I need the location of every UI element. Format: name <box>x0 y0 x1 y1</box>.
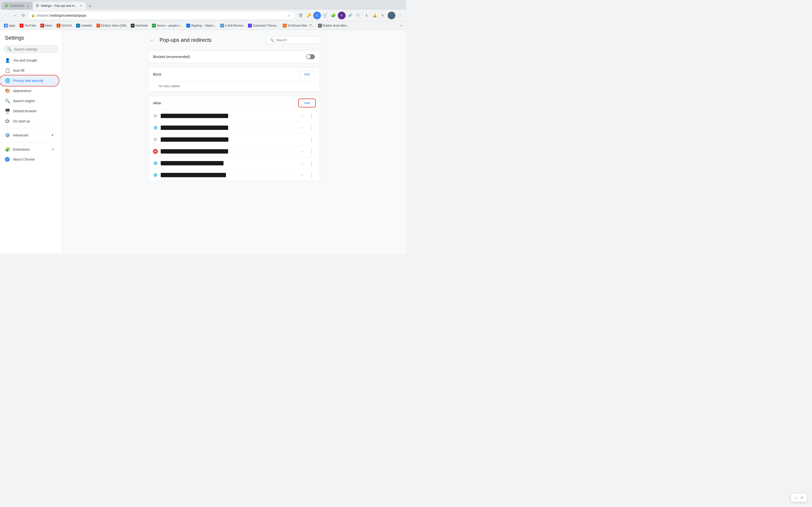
bookmark-apps[interactable]: ▦ Apps <box>2 23 17 29</box>
tab-settings-label: Settings – Pop-ups and redire... <box>41 4 78 7</box>
allow-item-5-expand-button[interactable]: › <box>298 160 305 167</box>
bookmark-murmur-label: A Soft Murmur <box>225 24 244 27</box>
sidebar-item-autofill[interactable]: 📋 Auto-fill <box>0 65 59 75</box>
sidebar-item-appearance-label: Appearance <box>13 89 54 93</box>
allow-item-4-menu-button[interactable]: ⋮ <box>308 148 315 155</box>
allow-item-5-menu-button[interactable]: ⋮ <box>308 160 315 167</box>
forward-button[interactable]: → <box>11 12 18 19</box>
tab-settings[interactable]: ⚙️ Settings – Pop-ups and redire... ✕ <box>33 2 86 10</box>
bookmark-hasgeek[interactable]: HG HasGeek <box>129 23 150 29</box>
allow-item-2-expand-button[interactable]: › <box>298 124 305 131</box>
bookmark-pytorch[interactable]: 🔥 PyTorch <box>55 23 74 29</box>
blocked-toggle[interactable] <box>306 54 315 59</box>
bookmark-cockroach[interactable]: 🪲 Cockroach Theory... <box>246 23 281 29</box>
block-add-button[interactable]: Add <box>299 71 315 78</box>
sidebar-item-privacy-security-label: Privacy and security <box>13 79 54 82</box>
panel-back-button[interactable]: ← <box>148 36 157 44</box>
bookmarks-overflow-button[interactable]: » <box>398 23 404 29</box>
bookmark-murmur[interactable]: ♪ A Soft Murmur <box>218 23 246 29</box>
sidebar-item-search-engine[interactable]: 🔍 Search engine <box>0 96 59 106</box>
sidebar-item-search-engine-label: Search engine <box>13 99 54 103</box>
bookmark-cockroach-favicon: 🪲 <box>248 24 252 27</box>
profile-icon[interactable]: 👤 <box>388 12 395 19</box>
bookmark-rubber[interactable]: W Rubber duck debu... <box>316 23 351 29</box>
chrome-store-icon[interactable]: C <box>313 12 321 19</box>
sidebar-item-you-google[interactable]: 👤 You and Google <box>0 55 59 65</box>
ext5-icon[interactable]: ℹ <box>362 12 370 19</box>
bookmark-zimbra[interactable]: Z Zimbra: Inbox (266) <box>95 23 129 29</box>
sidebar-item-autofill-icon: 📋 <box>5 68 10 73</box>
block-section-card: Block Add No sites added <box>148 67 320 92</box>
url-scheme: chrome:// <box>37 13 51 17</box>
allow-item-2-menu-button[interactable]: ⋮ <box>308 124 315 131</box>
sidebar-item-appearance[interactable]: 🎨 Appearance <box>0 86 59 96</box>
ext2-icon[interactable]: R <box>338 12 346 19</box>
bookmark-linkedin[interactable]: in LinkedIn <box>74 23 94 29</box>
bookmark-zimbra-favicon: Z <box>96 24 100 27</box>
bookmark-inbox[interactable]: M Inbox <box>39 23 54 29</box>
settings-sidebar: Settings 🔍 👤 You and Google 📋 Auto-fill … <box>0 30 62 253</box>
allow-item-4-icon: M <box>153 149 158 154</box>
allow-item-6-url: █████████████████████████████ <box>161 173 226 177</box>
ext7-icon[interactable]: ↻ <box>379 12 387 19</box>
sidebar-search-input[interactable] <box>14 47 55 51</box>
allow-item-5-url: ████████████████████████████ <box>161 161 223 165</box>
tab-settings-close[interactable]: ✕ <box>79 4 83 8</box>
sidebar-item-privacy-security[interactable]: 🌐 Privacy and security <box>0 75 59 86</box>
sidebar-item-about-chrome[interactable]: C About Chrome <box>0 155 59 164</box>
panel-search-icon: 🔍 <box>270 38 274 42</box>
sidebar-item-default-browser-icon: 🖥️ <box>5 108 10 114</box>
bookmark-linkedin-label: LinkedIn <box>81 24 92 27</box>
sidebar-item-advanced[interactable]: ⚙️ Advanced ▼ <box>0 130 59 140</box>
bookmark-rippling-label: Rippling – Object... <box>191 24 215 27</box>
allow-item-6-expand-button[interactable]: › <box>298 172 305 178</box>
sidebar-search[interactable]: 🔍 <box>3 45 59 53</box>
bookmark-hasgeek-label: HasGeek <box>136 24 148 27</box>
ext6-icon[interactable]: 🔔 <box>371 12 378 19</box>
new-tab-button[interactable]: + <box>87 3 94 10</box>
settings-title: Settings <box>0 33 62 45</box>
bookmark-star-button[interactable]: ☆ <box>285 12 293 19</box>
extensions-puzzle-icon[interactable]: 🧩 <box>329 12 337 19</box>
allow-item-3-menu-button[interactable]: ⋮ <box>308 136 315 143</box>
bookmark-rubber-favicon: W <box>318 24 322 27</box>
sidebar-item-extensions-label: Extensions <box>13 148 48 151</box>
sidebar-item-default-browser[interactable]: 🖥️ Default browser <box>0 106 59 116</box>
panel-search[interactable]: 🔍 <box>267 37 320 44</box>
klarna-icon[interactable]: 🛒 <box>321 12 329 19</box>
bookmark-rippling[interactable]: R Rippling – Object... <box>185 23 217 29</box>
ext3-icon[interactable]: 🔗 <box>346 12 354 19</box>
allow-item-3: ↻ █████████████████████████████ ⋮ <box>148 133 320 145</box>
allow-item-1-menu-button[interactable]: ⋮ <box>308 113 315 119</box>
nav-divider-2 <box>0 142 62 143</box>
allow-item-5: 🌐 ████████████████████████████ › ⋮ <box>148 157 320 169</box>
bookmark-youtube[interactable]: ▶ YouTube <box>18 23 38 29</box>
tab-extensions-close[interactable]: ✕ <box>26 4 30 8</box>
allow-section-label: Allow <box>153 101 299 105</box>
dashlane-icon[interactable]: 🔑 <box>305 12 313 19</box>
extension-toolbar: 🛡️ 🔑 C 🛒 🧩 R 🔗 🛡 ℹ 🔔 ↻ <box>297 12 387 19</box>
allow-item-1-expand-button[interactable]: › <box>298 113 305 119</box>
ext4-icon[interactable]: 🛡 <box>354 12 362 19</box>
bookmark-10min[interactable]: 10 10 Minute Mail – T... <box>281 23 315 29</box>
sidebar-item-privacy-security-icon: 🌐 <box>5 78 10 83</box>
allow-item-6-menu-button[interactable]: ⋮ <box>308 172 315 178</box>
shield-icon[interactable]: 🛡️ <box>297 12 305 19</box>
block-section-label: Block <box>153 72 299 76</box>
reload-button[interactable]: ↻ <box>19 12 27 19</box>
bookmark-issues-label: Issues – people-c... <box>157 24 182 27</box>
bookmark-issues[interactable]: ● Issues – people-c... <box>150 23 184 29</box>
sidebar-item-on-startup-label: On start-up <box>13 119 54 123</box>
sidebar-item-you-google-icon: 👤 <box>5 58 10 63</box>
sidebar-item-on-startup-icon: ⏻ <box>5 119 10 124</box>
back-button[interactable]: ← <box>2 12 10 19</box>
sidebar-item-on-startup[interactable]: ⏻ On start-up <box>0 116 59 126</box>
sidebar-item-extensions[interactable]: 🧩 Extensions ↗ <box>0 145 59 155</box>
allow-item-4-expand-button[interactable]: › <box>298 148 305 155</box>
tab-extensions[interactable]: 🧩 Extensions ✕ <box>2 2 33 10</box>
allow-add-button[interactable]: Add <box>299 100 315 107</box>
sidebar-item-autofill-label: Auto-fill <box>13 68 54 72</box>
chrome-menu-button[interactable]: ⋮ <box>396 12 404 19</box>
address-bar[interactable]: 🔒 chrome://settings/content/popups ☆ <box>28 11 296 20</box>
panel-search-input[interactable] <box>276 38 317 42</box>
